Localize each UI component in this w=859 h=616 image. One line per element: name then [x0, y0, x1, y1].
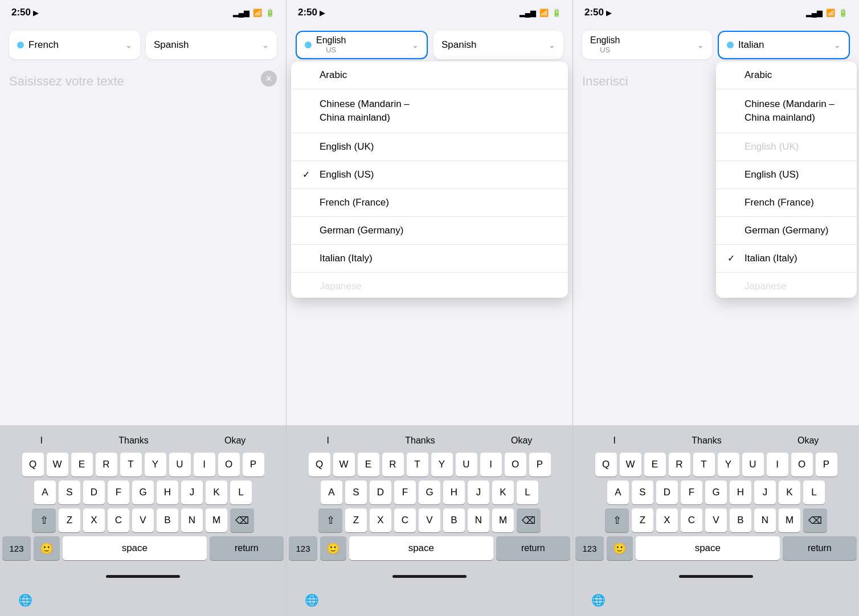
key-k-1[interactable]: K — [206, 481, 227, 504]
key-o-2[interactable]: O — [505, 453, 526, 477]
key-x-3[interactable]: X — [656, 508, 678, 532]
key-j-3[interactable]: J — [754, 481, 776, 504]
key-b-3[interactable]: B — [730, 508, 751, 532]
key-i-1[interactable]: I — [194, 453, 215, 477]
dropdown-item-french-3[interactable]: French (France) — [716, 189, 857, 217]
key-a-2[interactable]: A — [321, 481, 342, 504]
key-h-1[interactable]: H — [157, 481, 178, 504]
dropdown-item-german-2[interactable]: German (Germany) — [291, 217, 568, 245]
num-key-2[interactable]: 123 — [289, 536, 317, 560]
target-lang-btn-1[interactable]: Spanish ⌄ — [146, 31, 277, 59]
key-z-3[interactable]: Z — [632, 508, 653, 532]
key-x-2[interactable]: X — [370, 508, 391, 532]
key-m-3[interactable]: M — [779, 508, 800, 532]
return-key-1[interactable]: return — [210, 536, 284, 560]
key-e-2[interactable]: E — [358, 453, 379, 477]
shift-key-3[interactable]: ⇧ — [605, 508, 629, 532]
key-s-1[interactable]: S — [59, 481, 80, 504]
source-lang-btn-1[interactable]: French ⌄ — [9, 31, 140, 59]
key-t-1[interactable]: T — [120, 453, 142, 477]
key-w-1[interactable]: W — [47, 453, 68, 477]
globe-btn-2[interactable]: 🌐 — [298, 589, 326, 611]
shift-key-1[interactable]: ⇧ — [32, 508, 56, 532]
key-f-1[interactable]: F — [108, 481, 129, 504]
key-p-1[interactable]: P — [243, 453, 264, 477]
key-v-2[interactable]: V — [419, 508, 440, 532]
key-q-1[interactable]: Q — [22, 453, 44, 477]
suggestion-i-3[interactable]: I — [604, 433, 625, 448]
key-s-2[interactable]: S — [345, 481, 367, 504]
key-n-3[interactable]: N — [754, 508, 776, 532]
key-v-1[interactable]: V — [132, 508, 154, 532]
source-lang-btn-2[interactable]: English US ⌄ — [296, 31, 428, 59]
emoji-key-1[interactable]: 🙂 — [34, 536, 60, 560]
key-w-2[interactable]: W — [333, 453, 355, 477]
space-key-1[interactable]: space — [63, 536, 207, 560]
suggestion-thanks-1[interactable]: Thanks — [109, 433, 157, 448]
dropdown-item-english-us-2[interactable]: English (US) — [291, 161, 568, 189]
key-b-2[interactable]: B — [443, 508, 465, 532]
key-a-3[interactable]: A — [607, 481, 629, 504]
key-w-3[interactable]: W — [620, 453, 641, 477]
return-key-2[interactable]: return — [496, 536, 570, 560]
key-n-1[interactable]: N — [181, 508, 203, 532]
suggestion-okay-1[interactable]: Okay — [215, 433, 255, 448]
dropdown-item-english-uk-2[interactable]: English (UK) — [291, 133, 568, 161]
key-d-1[interactable]: D — [83, 481, 105, 504]
dropdown-item-italian-3[interactable]: Italian (Italy) — [716, 245, 857, 273]
key-y-1[interactable]: Y — [145, 453, 166, 477]
key-r-1[interactable]: R — [96, 453, 117, 477]
space-key-3[interactable]: space — [636, 536, 780, 560]
globe-btn-3[interactable]: 🌐 — [584, 589, 612, 611]
dropdown-item-chinese-2[interactable]: Chinese (Mandarin –China mainland) — [291, 89, 568, 133]
key-q-2[interactable]: Q — [309, 453, 330, 477]
key-h-2[interactable]: H — [443, 481, 465, 504]
key-k-2[interactable]: K — [492, 481, 514, 504]
key-r-3[interactable]: R — [669, 453, 690, 477]
suggestion-okay-2[interactable]: Okay — [502, 433, 541, 448]
key-v-3[interactable]: V — [705, 508, 727, 532]
suggestion-okay-3[interactable]: Okay — [788, 433, 828, 448]
key-u-1[interactable]: U — [169, 453, 191, 477]
key-e-3[interactable]: E — [644, 453, 666, 477]
key-p-2[interactable]: P — [529, 453, 551, 477]
dropdown-item-italian-2[interactable]: Italian (Italy) — [291, 245, 568, 273]
num-key-1[interactable]: 123 — [2, 536, 31, 560]
key-m-1[interactable]: M — [206, 508, 227, 532]
key-o-1[interactable]: O — [218, 453, 240, 477]
key-a-1[interactable]: A — [34, 481, 56, 504]
num-key-3[interactable]: 123 — [575, 536, 604, 560]
text-area-1[interactable]: Saisissez votre texte ✕ — [0, 65, 286, 425]
key-h-3[interactable]: H — [730, 481, 751, 504]
delete-key-1[interactable]: ⌫ — [230, 508, 254, 532]
key-o-3[interactable]: O — [791, 453, 813, 477]
space-key-2[interactable]: space — [349, 536, 493, 560]
emoji-key-3[interactable]: 🙂 — [607, 536, 633, 560]
globe-btn-1[interactable]: 🌐 — [11, 589, 39, 611]
emoji-key-2[interactable]: 🙂 — [320, 536, 346, 560]
key-z-1[interactable]: Z — [59, 508, 80, 532]
dropdown-item-chinese-3[interactable]: Chinese (Mandarin –China mainland) — [716, 89, 857, 133]
source-lang-btn-3[interactable]: English US ⌄ — [582, 31, 712, 59]
key-l-3[interactable]: L — [803, 481, 825, 504]
key-f-3[interactable]: F — [681, 481, 702, 504]
key-x-1[interactable]: X — [83, 508, 105, 532]
close-btn-1[interactable]: ✕ — [261, 71, 277, 87]
suggestion-i-2[interactable]: I — [318, 433, 338, 448]
key-n-2[interactable]: N — [468, 508, 489, 532]
key-s-3[interactable]: S — [632, 481, 653, 504]
delete-key-3[interactable]: ⌫ — [803, 508, 827, 532]
key-j-2[interactable]: J — [468, 481, 489, 504]
return-key-3[interactable]: return — [783, 536, 857, 560]
key-i-2[interactable]: I — [480, 453, 502, 477]
key-f-2[interactable]: F — [394, 481, 416, 504]
dropdown-item-japanese-3[interactable]: Japanese — [716, 273, 857, 298]
key-y-3[interactable]: Y — [718, 453, 739, 477]
dropdown-item-english-uk-3[interactable]: English (UK) — [716, 133, 857, 161]
key-p-3[interactable]: P — [816, 453, 837, 477]
delete-key-2[interactable]: ⌫ — [517, 508, 541, 532]
dropdown-item-english-us-3[interactable]: English (US) — [716, 161, 857, 189]
key-t-2[interactable]: T — [407, 453, 428, 477]
key-g-1[interactable]: G — [132, 481, 154, 504]
key-e-1[interactable]: E — [71, 453, 93, 477]
